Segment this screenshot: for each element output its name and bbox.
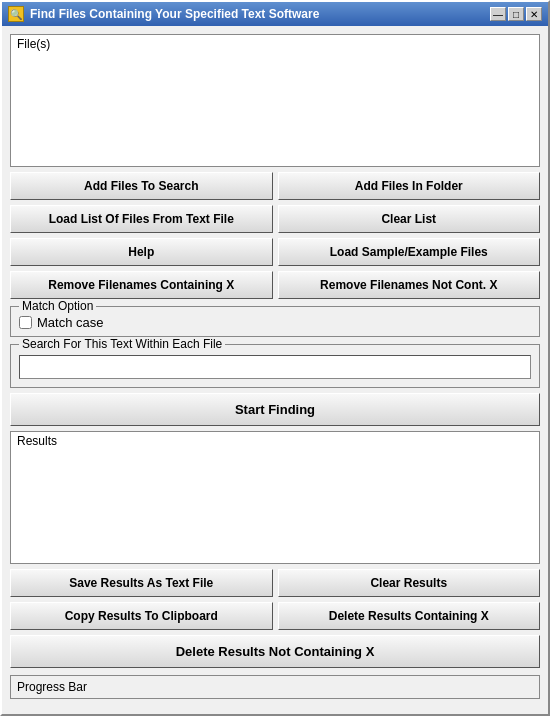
button-row-7: Delete Results Not Containing X <box>10 635 540 668</box>
match-option-group: Match Option Match case <box>10 306 540 337</box>
search-group: Search For This Text Within Each File <box>10 344 540 388</box>
results-group-label: Results <box>17 434 57 448</box>
results-group: Results <box>10 431 540 564</box>
title-bar: 🔍 Find Files Containing Your Specified T… <box>2 2 548 26</box>
progress-bar: Progress Bar <box>10 675 540 699</box>
button-row-4: Remove Filenames Containing X Remove Fil… <box>10 271 540 299</box>
match-case-label: Match case <box>37 315 103 330</box>
match-option-label: Match Option <box>19 299 96 313</box>
minimize-button[interactable]: — <box>490 7 506 21</box>
clear-list-button[interactable]: Clear List <box>278 205 541 233</box>
button-row-3: Help Load Sample/Example Files <box>10 238 540 266</box>
load-sample-button[interactable]: Load Sample/Example Files <box>278 238 541 266</box>
copy-clipboard-button[interactable]: Copy Results To Clipboard <box>10 602 273 630</box>
restore-button[interactable]: □ <box>508 7 524 21</box>
add-folder-button[interactable]: Add Files In Folder <box>278 172 541 200</box>
close-button[interactable]: ✕ <box>526 7 542 21</box>
button-row-1: Add Files To Search Add Files In Folder <box>10 172 540 200</box>
progress-bar-label: Progress Bar <box>17 680 87 694</box>
delete-not-containing-button[interactable]: Delete Results Not Containing X <box>10 635 540 668</box>
files-group: File(s) <box>10 34 540 167</box>
help-button[interactable]: Help <box>10 238 273 266</box>
app-icon: 🔍 <box>8 6 24 22</box>
button-row-5: Save Results As Text File Clear Results <box>10 569 540 597</box>
search-input[interactable] <box>19 355 531 379</box>
match-case-checkbox[interactable] <box>19 316 32 329</box>
clear-results-button[interactable]: Clear Results <box>278 569 541 597</box>
start-finding-button[interactable]: Start Finding <box>10 393 540 426</box>
button-row-2: Load List Of Files From Text File Clear … <box>10 205 540 233</box>
button-row-6: Copy Results To Clipboard Delete Results… <box>10 602 540 630</box>
match-case-row: Match case <box>19 315 531 330</box>
save-results-button[interactable]: Save Results As Text File <box>10 569 273 597</box>
content-area: File(s) Add Files To Search Add Files In… <box>2 26 548 707</box>
main-window: 🔍 Find Files Containing Your Specified T… <box>0 0 550 716</box>
files-textarea[interactable] <box>15 49 535 159</box>
load-list-button[interactable]: Load List Of Files From Text File <box>10 205 273 233</box>
results-textarea[interactable] <box>15 446 535 556</box>
remove-not-containing-button[interactable]: Remove Filenames Not Cont. X <box>278 271 541 299</box>
delete-containing-button[interactable]: Delete Results Containing X <box>278 602 541 630</box>
window-controls: — □ ✕ <box>490 7 542 21</box>
title-bar-left: 🔍 Find Files Containing Your Specified T… <box>8 6 319 22</box>
search-group-label: Search For This Text Within Each File <box>19 337 225 351</box>
files-group-label: File(s) <box>17 37 50 51</box>
add-files-button[interactable]: Add Files To Search <box>10 172 273 200</box>
remove-containing-button[interactable]: Remove Filenames Containing X <box>10 271 273 299</box>
window-title: Find Files Containing Your Specified Tex… <box>30 7 319 21</box>
